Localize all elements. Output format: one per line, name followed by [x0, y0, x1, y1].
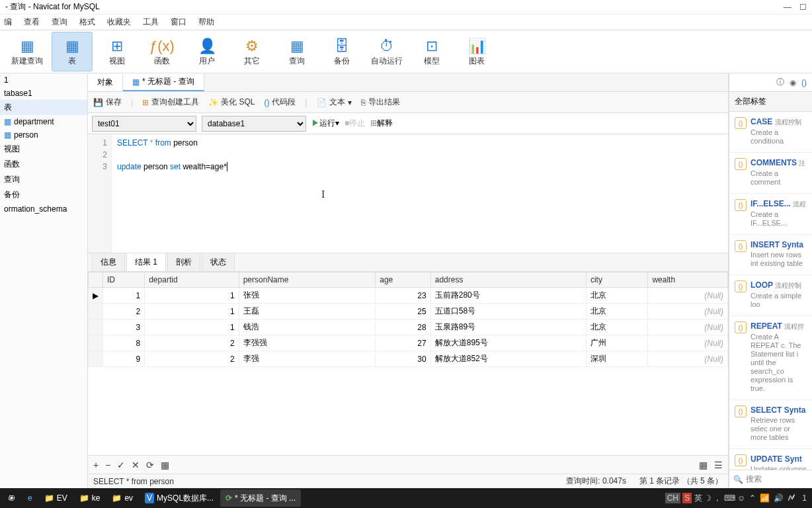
column-header[interactable]: departid [145, 273, 239, 288]
snippet-item[interactable]: () UPDATE Synt Updates columns o rows in… [729, 449, 812, 470]
menu-item[interactable]: 窗口 [171, 17, 186, 28]
menu-item[interactable]: 查询 [52, 17, 67, 28]
tab-query[interactable]: ▦ * 无标题 - 查询 [123, 73, 204, 91]
sidebar-item[interactable]: ▦department [0, 115, 87, 128]
cell[interactable]: 3 [103, 319, 145, 335]
snippet-item[interactable]: () CASE 流程控制 Create a conditiona [729, 112, 812, 153]
snippet-item[interactable]: () LOOP 流程控制 Create a simple loo [729, 275, 812, 316]
stop-button[interactable]: ■停止 [345, 118, 365, 129]
cell[interactable]: (Null) [648, 288, 728, 304]
grid-footer-button[interactable]: ▦ [161, 460, 169, 470]
cell[interactable]: 1 [145, 319, 239, 335]
taskbar-folder-ev[interactable]: 📁EV [39, 489, 73, 507]
grid-view-icon[interactable]: ▦ [699, 460, 708, 470]
explain-button[interactable]: ⊞解释 [370, 118, 393, 129]
sidebar-item[interactable]: 1 [0, 73, 87, 87]
snippet-list[interactable]: () CASE 流程控制 Create a conditiona() COMME… [729, 112, 812, 470]
cell[interactable]: (Null) [648, 319, 728, 335]
beautify-button[interactable]: ✨美化 SQL [208, 97, 255, 108]
tray-volume-icon[interactable]: 🔊 [774, 493, 784, 503]
maximize-button[interactable]: ☐ [799, 3, 807, 12]
toolbar-表[interactable]: ▦表 [52, 32, 93, 71]
toolbar-新建查询[interactable]: ▦新建查询 [7, 32, 48, 71]
taskbar-mysql[interactable]: VMySQL数据库... [140, 489, 219, 507]
tab-profile[interactable]: 剖析 [167, 253, 200, 271]
taskbar-folder-ke[interactable]: 📁ke [74, 489, 106, 507]
snippet-item[interactable]: () IF...ELSE... 流程 Create a IF...ELSE... [729, 194, 812, 235]
cell[interactable]: 王磊 [239, 304, 376, 319]
cell[interactable]: 玉前路280号 [430, 288, 586, 304]
taskbar-edge[interactable]: e [22, 489, 38, 507]
toolbar-用户[interactable]: 👤用户 [186, 32, 227, 71]
cell[interactable]: 28 [376, 319, 430, 335]
column-header[interactable]: address [430, 273, 586, 288]
eye-icon[interactable]: ◉ [790, 78, 796, 87]
tray-battery-icon[interactable]: 🗲 [788, 493, 795, 503]
cell[interactable]: 1 [145, 304, 239, 319]
sidebar-item[interactable]: 视图 [0, 142, 87, 157]
cell[interactable]: 解放大道852号 [430, 351, 586, 367]
cell[interactable]: 8 [103, 335, 145, 351]
cell[interactable]: 27 [376, 335, 430, 351]
editor-code[interactable]: SELECT * from person update person set w… [112, 134, 728, 253]
menu-item[interactable]: 收藏夹 [107, 17, 131, 28]
cell[interactable]: 深圳 [586, 351, 648, 367]
snippet-item[interactable]: () INSERT Synta Insert new rows int exis… [729, 235, 812, 275]
column-header[interactable]: ID [103, 273, 145, 288]
grid-footer-button[interactable]: + [93, 460, 99, 470]
brackets-icon[interactable]: () [801, 78, 807, 87]
save-button[interactable]: 💾保存 [93, 97, 122, 108]
snippet-button[interactable]: ()代码段 [264, 97, 296, 108]
tab-objects[interactable]: 对象 [88, 74, 123, 91]
snippet-item[interactable]: () COMMENTS 注 Create a comment [729, 153, 812, 194]
toolbar-函数[interactable]: ƒ(x)函数 [142, 32, 183, 71]
tab-result[interactable]: 结果 1 [126, 253, 166, 271]
menu-item[interactable]: 格式 [79, 17, 95, 28]
run-button[interactable]: ▶运行▾ [311, 118, 339, 129]
column-header[interactable]: city [586, 273, 648, 288]
toolbar-其它[interactable]: ⚙其它 [231, 32, 272, 71]
toolbar-模型[interactable]: ⊡模型 [411, 32, 452, 71]
column-header[interactable]: age [376, 273, 430, 288]
column-header[interactable]: wealth [648, 273, 728, 288]
sidebar-item[interactable]: 函数 [0, 157, 87, 172]
cell[interactable]: 李强 [239, 351, 376, 367]
taskbar-clock[interactable]: 1 [799, 494, 809, 502]
cell[interactable]: 2 [103, 304, 145, 319]
table-row[interactable]: 9 2 李强 30 解放大道852号 深圳 (Null) [89, 351, 728, 367]
tab-info[interactable]: 信息 [92, 253, 125, 271]
sidebar-item[interactable]: ormation_schema [0, 202, 87, 216]
cell[interactable]: 钱浩 [239, 319, 376, 335]
cell[interactable]: 解放大道895号 [430, 335, 586, 351]
cell[interactable]: 23 [376, 288, 430, 304]
grid-footer-button[interactable]: − [105, 460, 110, 470]
cell[interactable]: 玉泉路89号 [430, 319, 586, 335]
sql-editor[interactable]: 123 SELECT * from person update person s… [88, 134, 728, 253]
grid-footer-button[interactable]: ✕ [132, 460, 140, 470]
cell[interactable]: 30 [376, 351, 430, 367]
cell[interactable]: 1 [103, 288, 145, 304]
table-row[interactable]: ▶ 1 1 张强 23 玉前路280号 北京 (Null) [89, 288, 728, 304]
form-view-icon[interactable]: ☰ [714, 460, 723, 470]
cell[interactable]: 李强强 [239, 335, 376, 351]
sidebar-item[interactable]: 备份 [0, 187, 87, 202]
taskbar-folder-ev2[interactable]: 📁ev [106, 489, 138, 507]
ime-indicator[interactable]: CH S CH 英英 ☽ ， ⌨ ☺ [665, 493, 746, 504]
cell[interactable]: (Null) [648, 335, 728, 351]
text-button[interactable]: 📄文本▾ [317, 97, 352, 108]
cell[interactable]: (Null) [648, 351, 728, 367]
toolbar-视图[interactable]: ⊞视图 [97, 32, 138, 71]
cell[interactable]: 北京 [586, 319, 648, 335]
table-row[interactable]: 3 1 钱浩 28 玉泉路89号 北京 (Null) [89, 319, 728, 335]
snippet-search[interactable]: 🔍 搜索 [729, 470, 812, 488]
cell[interactable]: 1 [145, 288, 239, 304]
taskbar-start[interactable]: ֍ [3, 489, 21, 507]
cell[interactable]: 广州 [586, 335, 648, 351]
column-header[interactable]: personName [239, 273, 376, 288]
server-select[interactable]: test01 [92, 116, 196, 132]
taskbar-navicat[interactable]: ⟳* 无标题 - 查询 ... [220, 489, 301, 507]
cell[interactable]: 张强 [239, 288, 376, 304]
grid-footer-button[interactable]: ⟳ [146, 460, 154, 470]
table-row[interactable]: 8 2 李强强 27 解放大道895号 广州 (Null) [89, 335, 728, 351]
minimize-button[interactable]: — [784, 3, 792, 12]
